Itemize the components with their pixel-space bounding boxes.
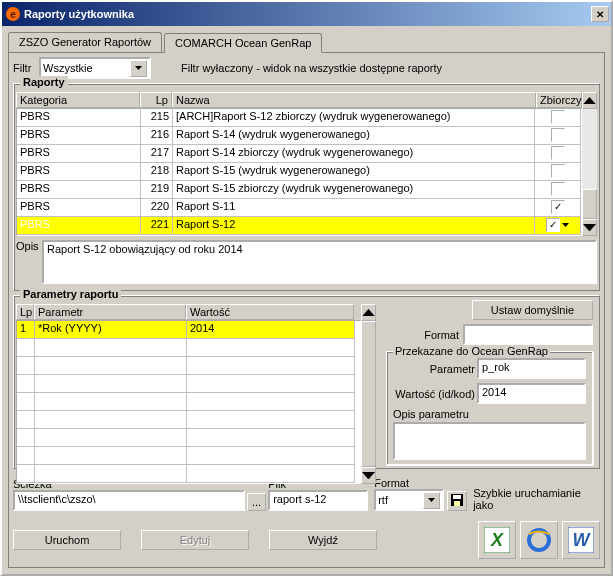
checkbox[interactable] — [551, 182, 565, 196]
window-title: Raporty użytkownika — [24, 8, 134, 20]
filter-label: Filtr — [13, 62, 39, 74]
table-row[interactable] — [17, 393, 360, 411]
col-zbiorczy[interactable]: Zbiorczy — [536, 92, 582, 108]
params-scrollbar[interactable] — [361, 304, 376, 484]
scroll-thumb — [361, 321, 376, 467]
table-row[interactable]: 1*Rok (YYYY)2014 — [17, 321, 360, 339]
title-bar: e Raporty użytkownika ✕ — [2, 2, 611, 26]
edit-button: Edytuj — [141, 530, 249, 550]
excel-icon[interactable]: X — [478, 521, 516, 559]
format-combo[interactable]: rtf — [374, 489, 444, 511]
checkbox[interactable]: ✓ — [551, 200, 565, 214]
chevron-down-icon — [423, 492, 440, 509]
pcol-val[interactable]: Wartość — [186, 304, 354, 320]
pass-param-field[interactable]: p_rok — [477, 358, 586, 379]
reports-group-title: Raporty — [20, 76, 68, 88]
params-grid[interactable]: 1*Rok (YYYY)2014 — [16, 320, 361, 484]
exit-button[interactable]: Wyjdź — [269, 530, 377, 550]
table-row[interactable] — [17, 357, 360, 375]
scroll-up-icon — [582, 92, 597, 109]
desc-label: Opis — [16, 240, 42, 252]
pcol-param[interactable]: Parametr — [34, 304, 186, 320]
word-icon[interactable]: W — [562, 521, 600, 559]
checkbox[interactable] — [551, 164, 565, 178]
col-lp[interactable]: Lp — [140, 92, 172, 108]
desc-text[interactable]: Raport S-12 obowiązujący od roku 2014 — [42, 240, 597, 284]
svg-rect-2 — [454, 501, 460, 506]
browse-button[interactable]: ... — [247, 493, 266, 511]
pcol-lp[interactable]: Lp — [16, 304, 34, 320]
tab-comarch[interactable]: COMARCH Ocean GenRap — [164, 33, 322, 53]
filter-value: Wszystkie — [43, 62, 93, 74]
save-icon-button[interactable] — [447, 491, 467, 511]
scroll-down-icon — [582, 219, 597, 236]
table-row[interactable]: PBRS221Raport S-12✓ — [17, 217, 581, 235]
table-row[interactable] — [17, 447, 360, 465]
pass-param-label: Parametr — [393, 363, 475, 375]
set-default-button[interactable]: Ustaw domyślnie — [472, 300, 593, 320]
table-row[interactable]: PBRS220Raport S-11✓ — [17, 199, 581, 217]
tab-strip: ZSZO Generator Raportów COMARCH Ocean Ge… — [2, 26, 611, 52]
chevron-down-icon[interactable] — [130, 60, 147, 77]
table-row[interactable] — [17, 411, 360, 429]
ie-icon[interactable] — [520, 521, 558, 559]
table-row[interactable]: PBRS217Raport S-14 zbiorczy (wydruk wyge… — [17, 145, 581, 163]
table-row[interactable] — [17, 375, 360, 393]
reports-header: Kategoria Lp Nazwa Zbiorczy — [16, 92, 582, 108]
table-row[interactable] — [17, 465, 360, 483]
pass-val-field[interactable]: 2014 — [477, 383, 586, 404]
app-icon: e — [6, 7, 20, 21]
svg-text:X: X — [490, 530, 504, 550]
table-row[interactable]: PBRS218Raport S-15 (wydruk wygenerowaneg… — [17, 163, 581, 181]
format-label: Format — [424, 329, 459, 341]
checkbox[interactable] — [551, 146, 565, 160]
format-label2: Format — [374, 477, 444, 489]
pass-opis-label: Opis parametru — [393, 408, 586, 420]
table-row[interactable]: PBRS215[ARCH]Raport S-12 zbiorczy (wydru… — [17, 109, 581, 127]
filter-note: Filtr wyłaczony - widok na wszystkie dos… — [181, 62, 442, 74]
pass-group-title: Przekazane do Ocean GenRap — [393, 345, 550, 357]
col-category[interactable]: Kategoria — [16, 92, 140, 108]
svg-text:W: W — [573, 530, 592, 550]
col-name[interactable]: Nazwa — [172, 92, 536, 108]
pass-opis-field[interactable] — [393, 422, 586, 460]
table-row[interactable]: PBRS216Raport S-14 (wydruk wygenerowaneg… — [17, 127, 581, 145]
reports-grid[interactable]: PBRS215[ARCH]Raport S-12 zbiorczy (wydru… — [16, 108, 582, 236]
checkbox[interactable]: ✓ — [546, 218, 560, 232]
file-field[interactable]: raport s-12 — [268, 490, 368, 511]
format-field[interactable] — [463, 324, 593, 345]
path-field[interactable]: \\tsclient\c\zszo\ — [13, 490, 245, 511]
table-row[interactable]: PBRS219Raport S-15 zbiorczy (wydruk wyge… — [17, 181, 581, 199]
params-group-title: Parametry raportu — [20, 288, 121, 300]
tab-zszo[interactable]: ZSZO Generator Raportów — [8, 32, 162, 52]
svg-rect-1 — [453, 495, 461, 499]
checkbox[interactable] — [551, 128, 565, 142]
run-button[interactable]: Uruchom — [13, 530, 121, 550]
checkbox[interactable] — [551, 110, 565, 124]
table-row[interactable] — [17, 339, 360, 357]
close-button[interactable]: ✕ — [591, 6, 609, 22]
scroll-up-icon — [361, 304, 376, 321]
pass-val-label: Wartość (id/kod) — [393, 388, 475, 400]
table-row[interactable] — [17, 429, 360, 447]
scroll-thumb — [582, 189, 597, 219]
scroll-down-icon — [361, 467, 376, 484]
reports-scrollbar[interactable] — [582, 92, 597, 236]
quick-launch-label: Szybkie uruchamianie jako — [473, 487, 600, 511]
